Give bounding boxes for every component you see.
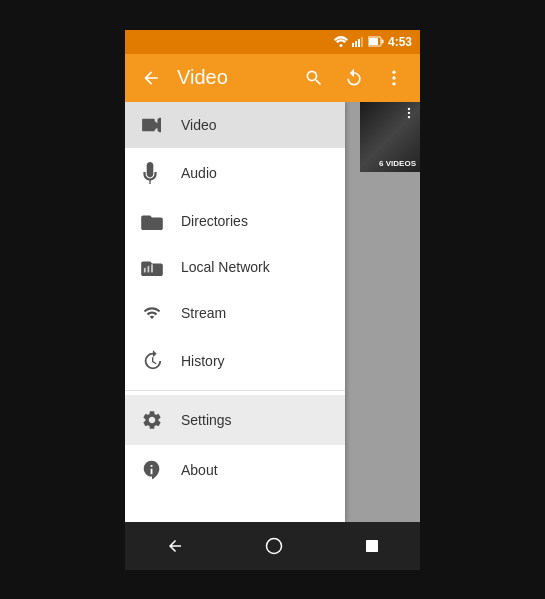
audio-icon — [141, 162, 165, 184]
nav-item-history[interactable]: History — [125, 336, 345, 386]
svg-point-0 — [339, 44, 342, 47]
svg-rect-12 — [148, 266, 150, 272]
nav-item-local-network[interactable]: Local Network — [125, 244, 345, 290]
svg-rect-11 — [144, 267, 146, 272]
nav-label-directories: Directories — [181, 213, 248, 229]
nav-label-history: History — [181, 353, 225, 369]
toolbar: Video — [125, 54, 420, 102]
svg-rect-18 — [366, 540, 378, 552]
directories-icon — [141, 212, 165, 230]
home-nav-button[interactable] — [241, 529, 307, 563]
back-nav-icon — [166, 537, 184, 555]
battery-icon — [368, 36, 384, 47]
svg-rect-1 — [352, 43, 354, 47]
stream-icon — [141, 304, 165, 322]
network-icon — [141, 258, 165, 276]
nav-item-stream[interactable]: Stream — [125, 290, 345, 336]
nav-drawer: Video Audio Directori — [125, 102, 345, 522]
nav-item-directories[interactable]: Directories — [125, 198, 345, 244]
back-icon — [141, 68, 161, 88]
nav-label-local-network: Local Network — [181, 259, 270, 275]
signal-icon — [352, 36, 364, 47]
back-nav-button[interactable] — [142, 529, 208, 563]
svg-rect-6 — [381, 40, 383, 44]
recent-nav-button[interactable] — [340, 530, 404, 562]
nav-label-about: About — [181, 462, 218, 478]
about-icon — [141, 459, 165, 481]
video-icon — [141, 116, 165, 134]
more-icon — [384, 68, 404, 88]
time-display: 4:53 — [388, 35, 412, 49]
nav-label-audio: Audio — [181, 165, 217, 181]
svg-point-16 — [408, 115, 410, 117]
search-icon — [304, 68, 324, 88]
svg-rect-13 — [151, 264, 153, 272]
more-button[interactable] — [376, 60, 412, 96]
back-button[interactable] — [133, 60, 169, 96]
svg-point-17 — [266, 538, 281, 553]
recent-square-icon — [364, 538, 380, 554]
right-panel: 6 VIDEOS — [345, 102, 420, 522]
settings-icon — [141, 409, 165, 431]
nav-label-stream: Stream — [181, 305, 226, 321]
search-button[interactable] — [296, 60, 332, 96]
svg-point-14 — [408, 107, 410, 109]
history-button[interactable] — [336, 60, 372, 96]
wifi-icon — [334, 36, 348, 47]
video-count: 6 VIDEOS — [379, 159, 416, 168]
nav-item-video[interactable]: Video — [125, 102, 345, 148]
svg-rect-3 — [358, 39, 360, 47]
nav-divider — [125, 390, 345, 391]
svg-rect-4 — [361, 37, 363, 47]
content-area: Video Audio Directori — [125, 102, 420, 522]
svg-point-9 — [392, 76, 395, 79]
bottom-nav — [125, 522, 420, 570]
svg-rect-7 — [369, 38, 378, 45]
toolbar-title: Video — [173, 66, 292, 89]
video-thumbnail: 6 VIDEOS — [360, 102, 420, 172]
status-bar: 4:53 — [125, 30, 420, 54]
replay-icon — [344, 68, 364, 88]
svg-point-10 — [392, 82, 395, 85]
svg-point-15 — [408, 111, 410, 113]
nav-label-video: Video — [181, 117, 217, 133]
status-icons: 4:53 — [334, 35, 412, 49]
nav-item-about[interactable]: About — [125, 445, 345, 495]
nav-label-settings: Settings — [181, 412, 232, 428]
svg-rect-2 — [355, 41, 357, 47]
svg-point-8 — [392, 70, 395, 73]
history-nav-icon — [141, 350, 165, 372]
nav-item-settings[interactable]: Settings — [125, 395, 345, 445]
thumbnail-more-icon[interactable] — [402, 106, 416, 120]
nav-item-audio[interactable]: Audio — [125, 148, 345, 198]
home-circle-icon — [265, 537, 283, 555]
